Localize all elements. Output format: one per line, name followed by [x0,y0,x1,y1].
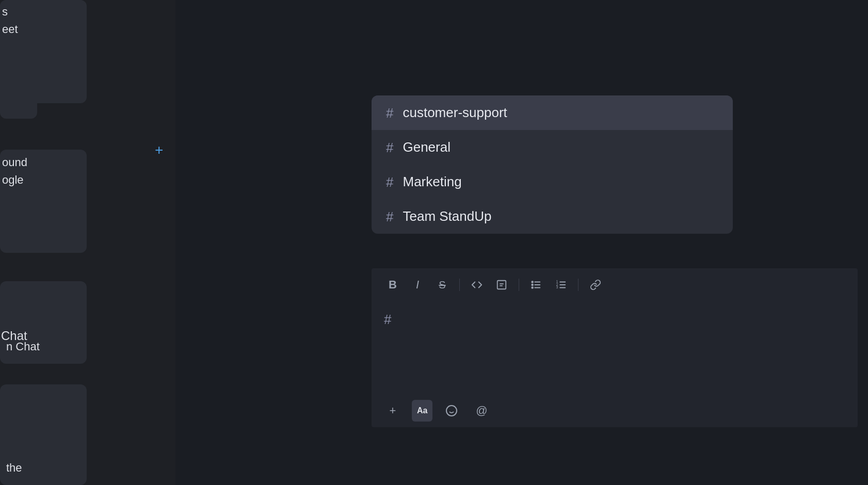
channel-dropdown: # customer-support # General # Marketing… [372,95,733,234]
editor-hash-char: # [384,312,391,327]
channel-item-general[interactable]: # General [372,130,733,165]
channel-name-1: customer-support [403,105,507,121]
attach-button[interactable]: + [382,400,404,422]
mention-button[interactable]: @ [471,400,492,422]
sidebar-card-1[interactable]: s eet [0,0,87,103]
svg-point-15 [446,406,457,416]
sidebar-card-4[interactable]: the [0,384,87,485]
sidebar-card-2-text-line1: ound [2,156,27,169]
emoji-button[interactable] [441,400,462,422]
sidebar-card-2-text-line2: ogle [2,173,24,187]
strikethrough-button[interactable]: S [431,274,453,296]
add-channel-button[interactable]: + [155,142,163,158]
editor-text: # [384,312,845,384]
main-area: # customer-support # General # Marketing… [175,0,868,485]
ordered-list-button[interactable]: 1 2 3 [550,274,572,296]
toolbar-separator-3 [578,279,578,291]
channel-name-2: General [403,139,451,155]
svg-text:3: 3 [556,285,558,289]
svg-point-6 [532,281,533,283]
channel-name-4: Team StandUp [403,208,491,224]
svg-rect-0 [497,281,506,289]
editor-area[interactable]: # [372,301,858,394]
sidebar-chat-label: Chat [1,329,27,343]
hash-icon-3: # [386,175,393,189]
italic-button[interactable]: I [407,274,428,296]
link-button[interactable] [585,274,606,296]
code-button[interactable] [466,274,488,296]
sidebar-card-4-text: the [6,461,22,475]
bold-button[interactable]: B [382,274,404,296]
channel-name-3: Marketing [403,174,461,190]
hash-icon-4: # [386,210,393,223]
toolbar-separator-2 [519,279,519,291]
text-format-button[interactable]: Aa [412,400,432,422]
svg-point-7 [532,284,533,286]
hash-icon-2: # [386,141,393,154]
formatting-toolbar: B I S [372,268,858,301]
channel-item-marketing[interactable]: # Marketing [372,165,733,199]
hash-icon-1: # [386,106,393,120]
sidebar-card-2[interactable]: ound ogle [0,150,87,253]
toolbar-separator-1 [459,279,460,291]
sidebar: s eet + ound ogle n Chat Chat the [0,0,175,485]
sidebar-card-3[interactable]: n Chat [0,281,87,364]
bullet-list-button[interactable] [525,274,547,296]
svg-point-8 [532,287,533,288]
channel-item-customer-support[interactable]: # customer-support [372,95,733,130]
sidebar-card-1-text-line1: s [2,5,8,19]
sidebar-card-1-text-line2: eet [2,23,18,36]
channel-item-team-standup[interactable]: # Team StandUp [372,199,733,234]
quote-button[interactable] [491,274,512,296]
editor-bottom-bar: + Aa @ [372,394,858,427]
